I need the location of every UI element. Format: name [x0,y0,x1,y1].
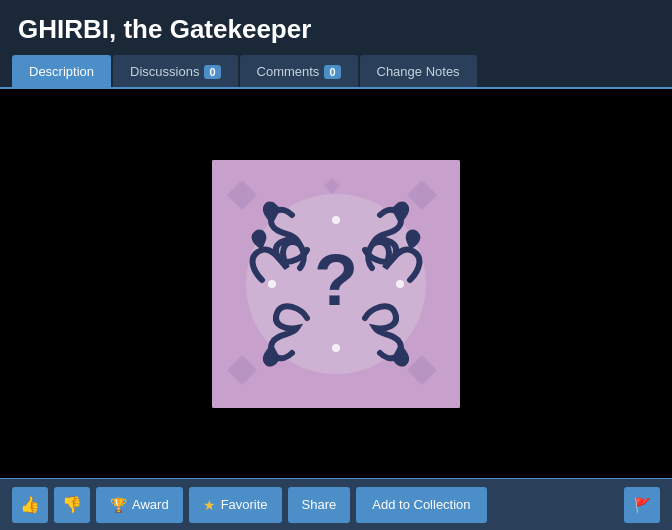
main-image: ? [212,160,460,408]
discussions-badge: 0 [204,65,220,79]
page-wrapper: GHIRBI, the Gatekeeper Description Discu… [0,0,672,530]
star-icon: ★ [203,497,216,513]
flag-icon: 🚩 [634,497,651,513]
share-label: Share [302,497,337,512]
comments-badge: 0 [324,65,340,79]
svg-point-10 [332,216,340,224]
trophy-icon: 🏆 [110,497,127,513]
tab-changenotes[interactable]: Change Notes [360,55,477,87]
svg-text:?: ? [314,240,358,320]
thumbsdown-button[interactable]: 👎 [54,487,90,523]
content-area: ? [0,89,672,478]
item-artwork: ? [212,160,460,408]
flag-button[interactable]: 🚩 [624,487,660,523]
main-image-container: ? [212,160,460,408]
tab-comments[interactable]: Comments 0 [240,55,358,87]
share-button[interactable]: Share [288,487,351,523]
tab-discussions[interactable]: Discussions 0 [113,55,237,87]
thumbsup-button[interactable]: 👍 [12,487,48,523]
thumbsup-icon: 👍 [20,495,40,514]
bottom-bar: 👍 👎 🏆 Award ★ Favorite Share Add to Coll… [0,478,672,530]
tab-description[interactable]: Description [12,55,111,87]
svg-point-9 [396,280,404,288]
award-button[interactable]: 🏆 Award [96,487,183,523]
add-to-collection-label: Add to Collection [372,497,470,512]
tabs-bar: Description Discussions 0 Comments 0 Cha… [0,55,672,89]
favorite-button[interactable]: ★ Favorite [189,487,282,523]
svg-point-11 [332,344,340,352]
thumbsdown-icon: 👎 [62,495,82,514]
favorite-label: Favorite [221,497,268,512]
svg-point-8 [268,280,276,288]
add-to-collection-button[interactable]: Add to Collection [356,487,486,523]
page-title: GHIRBI, the Gatekeeper [0,0,672,55]
award-label: Award [132,497,169,512]
